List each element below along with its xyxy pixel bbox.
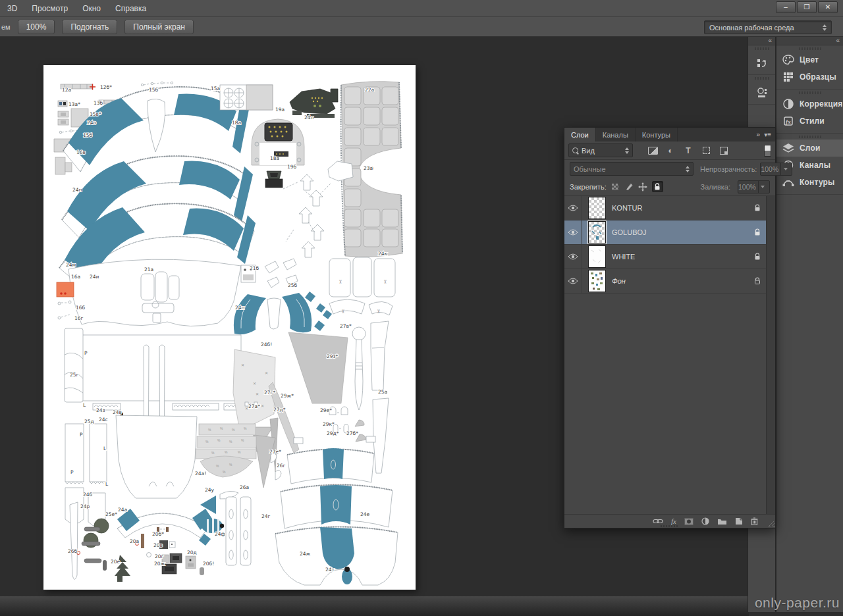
dock-item-layers[interactable]: Слои <box>776 140 843 157</box>
svg-text:24р: 24р <box>80 503 90 509</box>
lock-icon <box>754 277 761 285</box>
svg-text:✕: ✕ <box>241 363 244 367</box>
tab-layers[interactable]: Слои <box>564 128 596 141</box>
blend-mode-row: Обычные Непрозрачность: 100% <box>564 160 775 178</box>
menu-view[interactable]: Просмотр <box>24 0 75 16</box>
panel-resize-handle[interactable] <box>661 525 679 527</box>
visibility-toggle[interactable] <box>564 196 582 220</box>
panel-bottom-bar: fx <box>564 514 775 528</box>
layer-thumbnail[interactable] <box>588 197 606 219</box>
layer-thumbnail[interactable] <box>588 270 606 292</box>
menu-3d[interactable]: 3D <box>0 0 24 16</box>
svg-text:15в*: 15в* <box>90 111 101 117</box>
close-button[interactable]: ✕ <box>818 1 838 13</box>
menu-help[interactable]: Справка <box>108 0 153 16</box>
layer-mask-icon[interactable] <box>684 518 693 525</box>
layer-thumbnail[interactable] <box>588 221 606 244</box>
workspace-dropdown[interactable]: Основная рабочая среда <box>704 20 832 34</box>
svg-text:13а*: 13а* <box>68 101 80 107</box>
full-screen-button[interactable]: Полный экран <box>124 20 194 34</box>
fill-dropdown-arrow[interactable] <box>758 181 769 193</box>
fill-value: 100% <box>738 183 758 191</box>
svg-text:27г*: 27г* <box>264 390 275 396</box>
options-bar: ем 100% Подогнать Полный экран Основная … <box>0 17 843 37</box>
actual-pixels-button[interactable]: 100% <box>18 20 55 34</box>
new-group-icon[interactable] <box>717 517 727 525</box>
paths-icon <box>782 176 795 189</box>
filter-type-value: Вид <box>582 147 595 155</box>
filter-type-dropdown[interactable]: Вид <box>568 143 633 157</box>
dock-item-label: Стили <box>800 116 825 126</box>
layer-row-white[interactable]: WHITE <box>564 245 767 269</box>
filter-pixel-layers-icon[interactable] <box>647 145 658 156</box>
svg-text:12б*: 12б* <box>100 84 112 90</box>
dock-item-adjustments[interactable]: Коррекция <box>776 95 843 113</box>
adjustment-layer-icon[interactable] <box>701 517 709 525</box>
filter-type-layers-icon[interactable]: T <box>683 145 693 156</box>
eye-icon <box>568 253 578 260</box>
svg-text:23а: 23а <box>364 165 373 171</box>
tab-paths[interactable]: Контуры <box>636 128 678 141</box>
lock-paint-icon[interactable] <box>624 182 634 192</box>
opacity-dropdown-arrow[interactable] <box>780 163 792 175</box>
dock-item-paths[interactable]: Контуры <box>776 174 843 191</box>
lock-all-icon[interactable] <box>652 181 663 192</box>
new-layer-icon[interactable] <box>735 517 743 525</box>
properties-panel-button[interactable] <box>748 75 775 105</box>
swatches-icon <box>782 70 795 84</box>
collapse-strip-icon[interactable]: « <box>768 38 772 44</box>
restore-button[interactable]: ❐ <box>797 1 817 13</box>
svg-text:24е: 24е <box>360 511 370 517</box>
dock-item-styles[interactable]: fx Стили <box>776 113 843 130</box>
opacity-input[interactable]: 100% <box>760 163 792 176</box>
lock-position-icon[interactable] <box>638 182 648 192</box>
svg-text:22а: 22а <box>365 87 374 93</box>
svg-text:20б!: 20б! <box>203 561 214 567</box>
svg-text:20ж: 20ж <box>154 561 165 567</box>
layers-panel: Слои Каналы Контуры » ▾≡ Вид ◐ T <box>564 127 776 528</box>
filter-adjustment-layers-icon[interactable]: ◐ <box>665 145 676 156</box>
collapse-dock-icon[interactable]: « <box>836 38 840 44</box>
fit-screen-button[interactable]: Подогнать <box>62 20 117 34</box>
svg-text:29д*: 29д* <box>327 430 339 436</box>
lock-icon <box>754 253 761 261</box>
lock-transparency-icon[interactable] <box>611 182 620 192</box>
panel-scrollbar[interactable] <box>766 196 775 514</box>
svg-text:24а!: 24а! <box>195 471 206 476</box>
adjustments-icon <box>782 97 795 111</box>
blend-mode-dropdown[interactable]: Обычные <box>570 162 693 176</box>
filter-toggle-switch[interactable] <box>764 145 771 157</box>
svg-text:25е*: 25е* <box>105 511 117 517</box>
visibility-toggle[interactable] <box>564 245 582 269</box>
svg-text:24ф: 24ф <box>215 531 225 537</box>
visibility-toggle[interactable] <box>564 269 582 293</box>
layer-row-kontur[interactable]: KONTUR <box>564 196 767 220</box>
filter-shape-layers-icon[interactable] <box>701 145 711 156</box>
site-watermark: only-paper.ru <box>755 595 840 611</box>
collapse-panel-icon[interactable]: » <box>757 131 761 138</box>
minimize-button[interactable]: – <box>776 1 796 13</box>
svg-text:24т: 24т <box>325 567 335 573</box>
filter-smart-objects-icon[interactable] <box>719 145 729 156</box>
layer-row-goluboj[interactable]: GOLUBOJ <box>564 220 767 245</box>
svg-text:24и: 24и <box>90 274 99 280</box>
delete-layer-icon[interactable] <box>751 517 758 525</box>
layer-thumbnail[interactable] <box>588 245 606 268</box>
svg-text:24п: 24п <box>235 305 245 311</box>
menu-window[interactable]: Окно <box>75 0 108 16</box>
dock-item-color[interactable]: Цвет <box>776 51 843 68</box>
svg-text:24б: 24б <box>83 492 93 498</box>
panel-menu-icon[interactable]: ▾≡ <box>764 131 771 138</box>
updown-arrows-icon <box>686 164 690 174</box>
panel-corner-resize[interactable] <box>768 521 775 527</box>
history-panel-button[interactable] <box>748 45 775 75</box>
layer-style-icon[interactable]: fx <box>671 517 676 525</box>
fill-input[interactable]: 100% <box>738 180 770 193</box>
svg-text:%: % <box>211 451 215 455</box>
link-layers-icon[interactable] <box>653 518 663 525</box>
visibility-toggle[interactable] <box>564 220 582 244</box>
dock-item-swatches[interactable]: Образцы <box>776 68 843 86</box>
dock-item-label: Контуры <box>800 178 835 187</box>
layer-row-background[interactable]: Фон <box>564 269 767 294</box>
tab-channels[interactable]: Каналы <box>596 128 636 141</box>
